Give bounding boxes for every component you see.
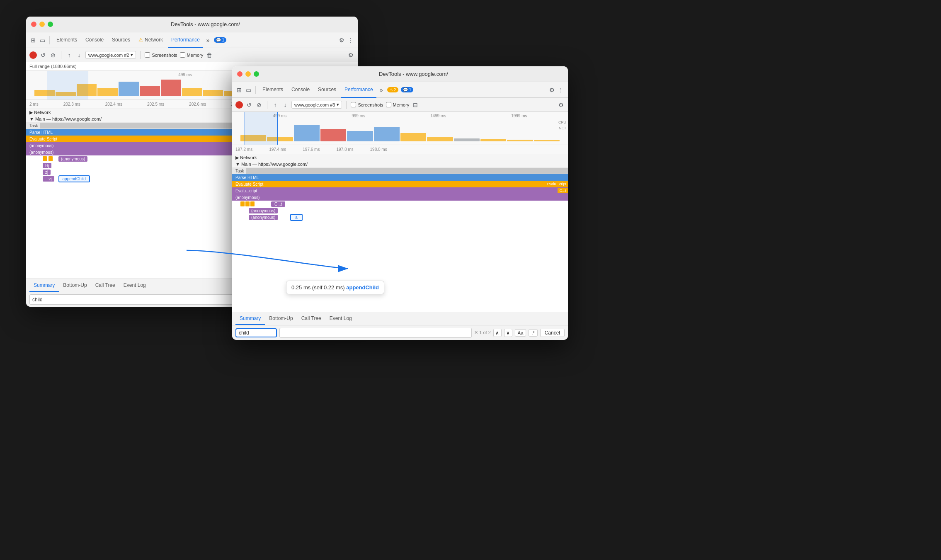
tracks-front: ▶ Network ▼ Main — https://www.google.co… bbox=[232, 154, 568, 312]
minimize-button-front[interactable] bbox=[245, 71, 251, 77]
clear-icon-front[interactable]: ⊘ bbox=[255, 101, 263, 109]
maximize-button-back[interactable] bbox=[48, 22, 53, 27]
url-box-back[interactable]: www.google.com #2 ▾ bbox=[85, 51, 136, 59]
maximize-button-front[interactable] bbox=[254, 71, 259, 77]
sep2-back bbox=[61, 51, 61, 59]
selection-front[interactable] bbox=[245, 112, 278, 145]
settings2-icon-front[interactable]: ⚙ bbox=[557, 101, 565, 109]
record-button-front[interactable] bbox=[235, 101, 243, 109]
minimap-bars-front bbox=[232, 121, 568, 141]
tab-network-label-back: Network bbox=[145, 37, 163, 43]
append-child-highlight-back[interactable]: appendChild bbox=[58, 175, 90, 182]
grid-icon-front[interactable]: ⊟ bbox=[412, 101, 419, 109]
inspect-icon-front[interactable]: ⊞ bbox=[235, 86, 243, 94]
cpu-label-front: CPU bbox=[558, 120, 566, 124]
parse-html-row-front[interactable]: Parse HTML bbox=[232, 174, 568, 181]
minimap-timestamps-front: 499 ms 999 ms 1499 ms 1999 ms bbox=[232, 114, 568, 118]
download-icon-back[interactable]: ↓ bbox=[75, 51, 83, 59]
tab-bottomup-front[interactable]: Bottom-Up bbox=[265, 313, 297, 325]
append-child-highlight-front[interactable]: a bbox=[290, 214, 303, 221]
dot-btn-front[interactable]: .* bbox=[529, 329, 537, 337]
eval-script-row-front[interactable]: Evaluate Script Evalu...cript bbox=[232, 181, 568, 187]
tab-eventlog-back[interactable]: Event Log bbox=[119, 279, 150, 292]
search-prev-btn-front[interactable]: ∧ bbox=[493, 329, 502, 337]
tab-bar-back: ⊞ ▭ Elements Console Sources ⚠ Network P… bbox=[26, 32, 358, 48]
tab-performance-back[interactable]: Performance bbox=[168, 32, 203, 48]
tab-network-back[interactable]: ⚠ Network bbox=[135, 32, 166, 48]
sep2-front bbox=[267, 101, 267, 109]
tab-eventlog-front[interactable]: Event Log bbox=[325, 313, 356, 325]
tab-sources-back[interactable]: Sources bbox=[109, 32, 133, 48]
clear-search-icon-front[interactable]: ✕ bbox=[474, 330, 478, 335]
more-icon-back[interactable]: ⋮ bbox=[347, 36, 354, 44]
tab-console-back[interactable]: Console bbox=[82, 32, 107, 48]
tab-elements-back[interactable]: Elements bbox=[53, 32, 80, 48]
tab-performance-front[interactable]: Performance bbox=[341, 82, 376, 98]
download-icon-front[interactable]: ↓ bbox=[281, 101, 289, 109]
sep1-back bbox=[49, 36, 50, 44]
sub-anon-front[interactable]: C...t bbox=[232, 201, 568, 207]
badge-back: 💬 1 bbox=[214, 37, 226, 43]
memory-checkbox-front[interactable]: Memory bbox=[386, 102, 410, 107]
minimize-button-back[interactable] bbox=[39, 22, 45, 27]
window-controls-front bbox=[237, 71, 259, 77]
settings-icon-back[interactable]: ⚙ bbox=[338, 36, 345, 44]
tab-summary-back[interactable]: Summary bbox=[29, 279, 59, 292]
tab-elements-front[interactable]: Elements bbox=[259, 82, 286, 98]
aa-btn-front[interactable]: Aa bbox=[515, 329, 526, 337]
anon1-row-front[interactable]: Evalu...cript C...t bbox=[232, 187, 568, 194]
trash-icon-back[interactable]: 🗑 bbox=[206, 51, 213, 59]
task-row-front: Task bbox=[232, 167, 568, 174]
eval-right-front: Evalu...cript bbox=[545, 182, 568, 187]
url-box-front[interactable]: www.google.com #3 ▾ bbox=[291, 101, 342, 109]
screenshots-checkbox-back[interactable]: Screenshots bbox=[145, 52, 177, 58]
selection-back[interactable] bbox=[47, 71, 88, 99]
tab-sources-front[interactable]: Sources bbox=[315, 82, 340, 98]
more-tabs-back[interactable]: » bbox=[205, 37, 211, 44]
sep3-back bbox=[140, 51, 141, 59]
record-button-back[interactable] bbox=[29, 51, 37, 59]
upload-icon-front[interactable]: ↑ bbox=[272, 101, 279, 109]
warn-badge-front: ⚠ 2 bbox=[387, 87, 398, 92]
search-bar-front: ✕ 1 of 2 ∧ ∨ Aa .* Cancel bbox=[232, 325, 568, 340]
url-text-front: www.google.com #3 bbox=[294, 102, 335, 107]
url-dropdown-back[interactable]: ▾ bbox=[131, 52, 133, 58]
main-section-front: ▼ Main — https://www.google.com/ bbox=[232, 161, 568, 167]
bottom-tabs-front: Summary Bottom-Up Call Tree Event Log bbox=[232, 312, 568, 325]
memory-checkbox-back[interactable]: Memory bbox=[180, 52, 204, 58]
j-row-front[interactable]: (anonymous) a bbox=[232, 214, 568, 221]
tab-calltree-back[interactable]: Call Tree bbox=[91, 279, 119, 292]
refresh-icon-front[interactable]: ↺ bbox=[245, 101, 253, 109]
window-controls-back bbox=[31, 22, 53, 27]
settings-icon-front[interactable]: ⚙ bbox=[548, 86, 555, 94]
clear-icon-back[interactable]: ⊘ bbox=[49, 51, 57, 59]
network-section-front: ▶ Network bbox=[232, 154, 568, 161]
search-next-btn-front[interactable]: ∨ bbox=[504, 329, 512, 337]
inspect-icon-back[interactable]: ⊞ bbox=[29, 36, 37, 44]
close-button-front[interactable] bbox=[237, 71, 243, 77]
url-dropdown-front[interactable]: ▾ bbox=[337, 102, 339, 107]
tab-bottomup-back[interactable]: Bottom-Up bbox=[59, 279, 91, 292]
device-icon-back[interactable]: ▭ bbox=[39, 36, 46, 44]
device-icon-front[interactable]: ▭ bbox=[245, 86, 252, 94]
more-tabs-front[interactable]: » bbox=[378, 87, 385, 93]
anon2-row-front[interactable]: (anonymous) bbox=[232, 194, 568, 201]
window-title-front: DevTools - www.google.com/ bbox=[264, 71, 563, 77]
minimap-front[interactable]: 499 ms 999 ms 1499 ms 1999 ms CPU N bbox=[232, 112, 568, 145]
title-bar-front: DevTools - www.google.com/ bbox=[232, 66, 568, 82]
cancel-btn-front[interactable]: Cancel bbox=[540, 329, 565, 337]
tab-calltree-front[interactable]: Call Tree bbox=[297, 313, 325, 325]
perf-toolbar-back: ↺ ⊘ ↑ ↓ www.google.com #2 ▾ Screenshots … bbox=[26, 48, 358, 62]
upload-icon-back[interactable]: ↑ bbox=[65, 51, 73, 59]
search-extra-area-front bbox=[279, 328, 472, 338]
screenshots-checkbox-front[interactable]: Screenshots bbox=[351, 102, 383, 107]
tab-summary-front[interactable]: Summary bbox=[235, 313, 265, 325]
close-button-back[interactable] bbox=[31, 22, 36, 27]
tab-console-front[interactable]: Console bbox=[288, 82, 313, 98]
search-count-front: ✕ 1 of 2 bbox=[474, 330, 491, 335]
refresh-icon-back[interactable]: ↺ bbox=[39, 51, 47, 59]
settings2-icon-back[interactable]: ⚙ bbox=[347, 51, 354, 59]
hj-row-front[interactable]: (anonymous) bbox=[232, 207, 568, 214]
tooltip-front: 0.25 ms (self 0.22 ms) appendChild bbox=[286, 281, 384, 294]
more-icon-front[interactable]: ⋮ bbox=[557, 86, 565, 94]
